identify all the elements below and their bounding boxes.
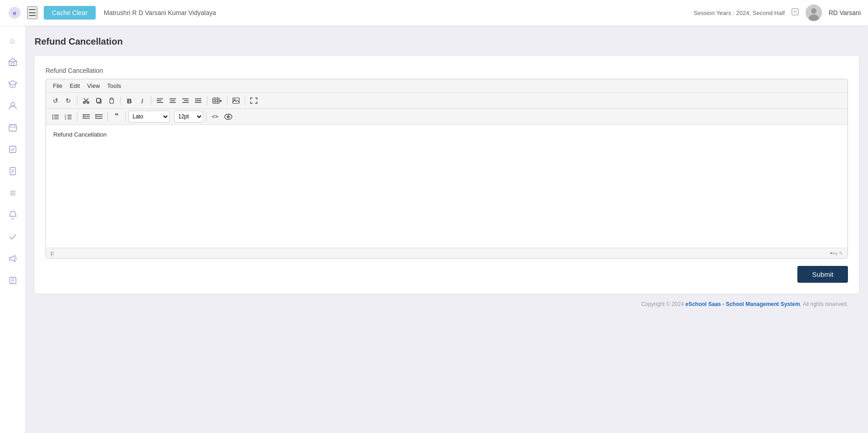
align-justify-button[interactable]: [192, 95, 204, 107]
page-title: Refund Cancellation: [35, 36, 859, 47]
sidebar-item-list[interactable]: [3, 184, 23, 204]
toolbar-sep-1: [77, 96, 77, 105]
sidebar-item-user[interactable]: [3, 97, 23, 117]
editor-tag: p: [51, 250, 54, 256]
rich-text-editor[interactable]: File Edit View Tools ↺ ↻: [46, 79, 848, 259]
sidebar-item-document[interactable]: [3, 162, 23, 182]
align-center-button[interactable]: [167, 95, 179, 107]
sidebar-item-graduation[interactable]: [3, 75, 23, 95]
toolbar2-sep-2: [108, 112, 108, 121]
user-name: RD Varsani: [828, 9, 861, 16]
logo: e: [7, 5, 22, 20]
toolbar2-sep-1: [77, 112, 77, 121]
cache-clear-button[interactable]: Cache Clear: [44, 6, 96, 20]
svg-text:e: e: [13, 10, 16, 16]
preview-button[interactable]: [222, 111, 235, 122]
fullscreen-button[interactable]: [248, 95, 260, 107]
indent-button[interactable]: [93, 111, 105, 122]
session-label: Session Years : 2024, Second Half: [693, 10, 785, 16]
undo-button[interactable]: ↺: [50, 95, 62, 107]
editor-footer: p tiny ✎: [46, 248, 847, 258]
card-label: Refund Cancellation: [46, 67, 848, 74]
source-code-button[interactable]: <>: [209, 111, 221, 122]
sidebar-item-calendar[interactable]: [3, 118, 23, 138]
toolbar-sep-4: [207, 96, 207, 105]
unordered-list-button[interactable]: [50, 111, 62, 122]
editor-body[interactable]: Refund Cancellation: [46, 125, 847, 248]
toolbar-sep-2: [120, 96, 121, 105]
svg-text:3.: 3.: [65, 117, 67, 120]
svg-point-11: [11, 102, 15, 106]
tiny-logo: tiny ✎: [830, 250, 843, 256]
svg-rect-40: [111, 98, 113, 99]
svg-rect-12: [9, 125, 16, 131]
svg-rect-8: [9, 61, 16, 66]
editor-edit-menu[interactable]: Edit: [67, 81, 83, 91]
svg-marker-24: [10, 255, 15, 262]
megaphone-icon: [8, 254, 17, 265]
calendar-icon: [8, 123, 17, 134]
sidebar-item-home[interactable]: ⌂: [3, 31, 23, 51]
table-button[interactable]: ▾: [210, 95, 224, 107]
toolbar-sep-5: [227, 96, 227, 105]
editor-toolbar-1: ↺ ↻: [46, 93, 847, 109]
topnav: e ☰ Cache Clear Matrushri R D Varsani Ku…: [0, 0, 868, 25]
copy-button[interactable]: [93, 95, 105, 107]
cut-button[interactable]: [80, 95, 92, 107]
align-left-button[interactable]: [154, 95, 166, 107]
sidebar-item-megaphone[interactable]: [3, 250, 23, 270]
svg-point-80: [228, 116, 229, 117]
svg-rect-16: [10, 146, 16, 153]
topnav-right: Session Years : 2024, Second Half RD Var…: [693, 5, 861, 21]
insert-image-button[interactable]: [230, 95, 242, 107]
editor-view-menu[interactable]: View: [84, 81, 103, 91]
sidebar-item-notes[interactable]: [3, 271, 23, 291]
footer-rights: . All rights reserved.: [800, 301, 848, 307]
sidebar: ⌂: [0, 25, 26, 433]
submit-row: Submit: [46, 266, 848, 283]
bold-button[interactable]: B: [123, 95, 135, 107]
home-icon: ⌂: [10, 36, 15, 46]
align-right-button[interactable]: [180, 95, 191, 107]
svg-point-6: [811, 8, 817, 14]
editor-menubar: File Edit View Tools: [46, 79, 847, 93]
font-family-select[interactable]: Lato: [128, 111, 169, 122]
italic-button[interactable]: I: [136, 95, 148, 107]
graduation-icon: [8, 79, 17, 91]
editor-tools-menu[interactable]: Tools: [104, 81, 124, 91]
notification-icon[interactable]: [791, 8, 799, 18]
sidebar-item-check[interactable]: [3, 228, 23, 248]
bell-icon: [8, 210, 17, 222]
sidebar-item-bank[interactable]: [3, 53, 23, 73]
page-footer: Copyright © 2024 eSchool Saas - School M…: [35, 294, 859, 315]
checklist-icon: [8, 145, 17, 156]
footer-brand-link[interactable]: eSchool Saas - School Management System: [685, 301, 800, 307]
svg-rect-58: [233, 98, 239, 103]
hamburger-button[interactable]: ☰: [27, 6, 37, 19]
svg-rect-53: [213, 98, 219, 103]
ordered-list-button[interactable]: 1. 2. 3.: [62, 111, 74, 122]
avatar: [806, 5, 822, 21]
svg-rect-9: [11, 63, 14, 66]
footer-copyright: Copyright © 2024: [641, 301, 685, 307]
svg-point-60: [52, 114, 53, 115]
svg-point-61: [52, 116, 53, 117]
redo-button[interactable]: ↻: [62, 95, 74, 107]
blockquote-button[interactable]: ": [111, 111, 123, 122]
school-name: Matrushri R D Varsani Kumar Vidyalaya: [104, 9, 216, 16]
sidebar-item-bell[interactable]: [3, 206, 23, 226]
bank-icon: [8, 57, 17, 69]
submit-button[interactable]: Submit: [797, 266, 848, 283]
editor-file-menu[interactable]: File: [50, 81, 66, 91]
toolbar2-sep-4: [206, 112, 206, 121]
toolbar-sep-6: [245, 96, 245, 105]
refund-card: Refund Cancellation File Edit View Tools…: [35, 56, 859, 294]
sidebar-item-checklist[interactable]: [3, 140, 23, 160]
svg-point-62: [52, 118, 53, 119]
font-size-select[interactable]: 12pt: [174, 111, 203, 122]
outdent-button[interactable]: [80, 111, 92, 122]
paste-button[interactable]: [106, 95, 118, 107]
document-icon: [8, 167, 17, 178]
list-icon: [8, 188, 17, 200]
notes-icon: [8, 276, 17, 287]
